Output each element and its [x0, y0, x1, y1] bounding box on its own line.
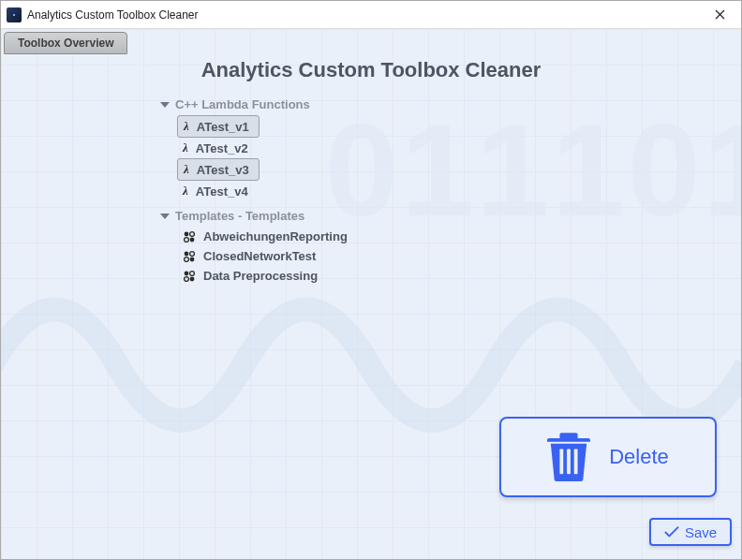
svg-rect-14 [574, 449, 578, 474]
chevron-down-icon [160, 214, 170, 219]
svg-point-11 [190, 276, 195, 281]
svg-point-0 [185, 231, 189, 236]
svg-point-2 [185, 237, 189, 242]
tree-item[interactable]: ClosedNetworkTest [177, 246, 325, 266]
tree-group: Templates - TemplatesAbweichungenReporti… [160, 207, 741, 286]
tree-group-items: λATest_v1λATest_v2λATest_v3λATest_v4 [177, 115, 741, 201]
tree-view: C++ Lambda FunctionsλATest_v1λATest_v2λA… [160, 96, 741, 286]
tree-item-label: ATest_v2 [196, 141, 248, 155]
content-area: 011101 Toolbox Overview Analytics Custom… [1, 29, 741, 559]
tree-item[interactable]: Data Preprocessing [177, 266, 327, 286]
tree-item-label: ClosedNetworkTest [203, 249, 316, 263]
trash-icon [547, 433, 590, 481]
svg-point-4 [185, 251, 189, 256]
tree-group: C++ Lambda FunctionsλATest_v1λATest_v2λA… [160, 96, 741, 201]
tree-item[interactable]: λATest_v2 [177, 138, 258, 158]
svg-point-3 [190, 237, 195, 242]
page-heading: Analytics Custom Toolbox Cleaner [1, 58, 741, 82]
template-icon [183, 270, 196, 283]
svg-point-7 [190, 257, 195, 261]
lambda-icon: λ [184, 162, 189, 177]
lambda-icon: λ [183, 140, 188, 155]
lambda-icon: λ [184, 119, 189, 134]
tree-item-label: ATest_v3 [197, 163, 249, 177]
tree-group-items: AbweichungenReportingClosedNetworkTestDa… [177, 227, 741, 286]
check-icon [664, 525, 679, 538]
svg-point-10 [185, 276, 189, 281]
tree-item-label: AbweichungenReporting [203, 229, 348, 243]
svg-rect-12 [560, 449, 564, 474]
template-icon [183, 230, 196, 243]
close-icon [715, 9, 725, 20]
svg-point-1 [190, 231, 195, 236]
tree-group-header[interactable]: Templates - Templates [160, 207, 741, 225]
titlebar: Analytics Custom Toolbox Cleaner [1, 1, 741, 29]
tree-item[interactable]: AbweichungenReporting [177, 227, 357, 246]
tab-toolbox-overview[interactable]: Toolbox Overview [4, 32, 127, 54]
svg-point-9 [190, 271, 195, 275]
lambda-icon: λ [183, 184, 188, 199]
close-button[interactable] [699, 1, 741, 29]
svg-rect-13 [567, 449, 571, 474]
window-title: Analytics Custom Toolbox Cleaner [27, 8, 199, 22]
svg-point-5 [190, 251, 195, 256]
save-button[interactable]: Save [649, 518, 732, 546]
tree-item[interactable]: λATest_v1 [177, 115, 260, 138]
tree-item[interactable]: λATest_v4 [177, 181, 258, 201]
group-label: Templates - Templates [175, 209, 304, 223]
tab-label: Toolbox Overview [18, 37, 113, 50]
save-label: Save [685, 524, 717, 540]
app-icon [7, 7, 22, 22]
tree-item[interactable]: λATest_v3 [177, 158, 260, 181]
svg-point-6 [185, 257, 189, 261]
tree-item-label: ATest_v1 [197, 120, 249, 134]
delete-button[interactable]: Delete [499, 417, 717, 497]
svg-point-8 [185, 271, 189, 275]
group-label: C++ Lambda Functions [175, 97, 310, 111]
tree-group-header[interactable]: C++ Lambda Functions [160, 96, 741, 113]
delete-label: Delete [609, 445, 669, 469]
tree-item-label: ATest_v4 [196, 184, 248, 199]
template-icon [183, 250, 196, 263]
chevron-down-icon [160, 102, 170, 108]
tree-item-label: Data Preprocessing [203, 269, 318, 283]
